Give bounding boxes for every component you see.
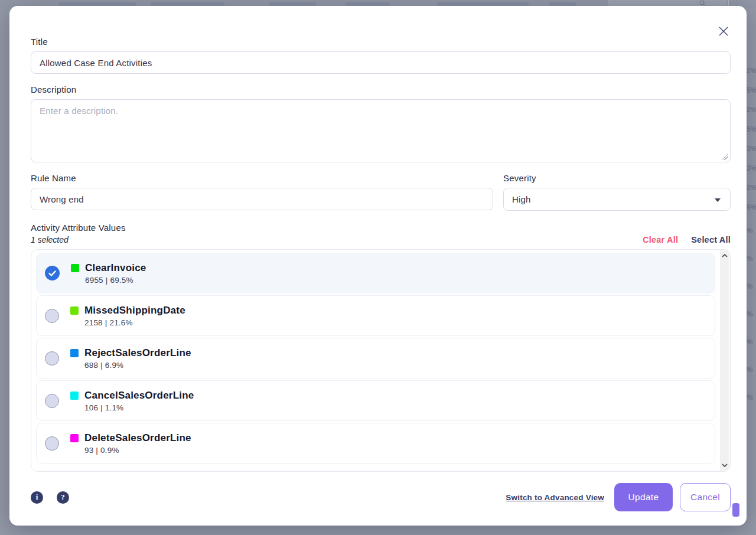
- activity-list: ClearInvoice 6955 | 69.5% MissedShipping…: [31, 249, 731, 472]
- chevron-down-icon: [715, 198, 721, 202]
- activity-attribute-values-label: Activity Attribute Values: [31, 223, 731, 233]
- activity-name: MissedShippingDate: [84, 305, 185, 317]
- checkbox-checked-icon[interactable]: [45, 266, 60, 280]
- radio-unchecked-icon[interactable]: [45, 351, 59, 366]
- description-label: Description: [31, 84, 731, 94]
- severity-select[interactable]: High: [503, 188, 731, 211]
- help-icon[interactable]: ?: [57, 491, 69, 504]
- edit-rule-modal: Title Description Rule Name Severity Hig…: [9, 6, 747, 526]
- bg-value: %: [747, 356, 756, 384]
- rule-name-input[interactable]: [31, 188, 493, 210]
- activity-color-swatch: [70, 349, 79, 357]
- bg-value: %: [747, 217, 756, 245]
- clear-all-link[interactable]: Clear All: [643, 235, 678, 244]
- activity-stats: 93 | 0.9%: [84, 446, 191, 455]
- close-icon[interactable]: [717, 25, 730, 38]
- bg-value: 5%: [747, 81, 756, 100]
- activity-stats: 6955 | 69.5%: [85, 276, 146, 285]
- list-item[interactable]: DeleteSalesOrderLine 93 | 0.9%: [36, 423, 715, 464]
- activity-color-swatch: [71, 264, 79, 272]
- scrollbar[interactable]: [720, 250, 729, 471]
- list-item[interactable]: MissedShippingDate 2158 | 21.6%: [36, 295, 715, 336]
- bg-value: 3%: [747, 159, 756, 178]
- activity-color-swatch: [70, 434, 79, 442]
- background-table-values: 2% 5% 2% 5% 3% 3% 2% 9% % % % % % % %: [747, 61, 756, 412]
- resize-handle-icon[interactable]: [721, 152, 728, 160]
- update-button[interactable]: Update: [614, 483, 673, 511]
- activity-color-swatch: [70, 306, 79, 315]
- list-item[interactable]: CancelSalesOrderLine 106 | 1.1%: [36, 380, 715, 421]
- activity-name: ClearInvoice: [85, 262, 146, 274]
- bg-value: 3%: [747, 139, 756, 159]
- bg-value: 5%: [747, 120, 756, 139]
- bg-value: %: [747, 301, 756, 328]
- select-all-link[interactable]: Select All: [691, 235, 731, 244]
- bg-value: %: [747, 384, 756, 412]
- scroll-up-icon[interactable]: [721, 253, 728, 259]
- radio-unchecked-icon[interactable]: [45, 436, 59, 451]
- bg-value: %: [747, 245, 756, 273]
- activity-name: RejectSalesOrderLine: [84, 347, 191, 359]
- severity-label: Severity: [503, 173, 731, 183]
- selected-count: 1 selected: [31, 235, 643, 244]
- radio-unchecked-icon[interactable]: [45, 309, 59, 323]
- title-input[interactable]: [31, 51, 731, 74]
- bg-value: 2%: [747, 100, 756, 120]
- severity-value: High: [512, 194, 531, 204]
- activity-stats: 2158 | 21.6%: [84, 318, 185, 327]
- purple-fragment: [732, 503, 739, 517]
- activity-name: DeleteSalesOrderLine: [84, 432, 191, 444]
- activity-name: CancelSalesOrderLine: [84, 390, 194, 402]
- rule-name-label: Rule Name: [31, 173, 493, 183]
- bg-value: 2%: [747, 61, 756, 81]
- list-item[interactable]: ClearInvoice 6955 | 69.5%: [36, 253, 715, 293]
- activity-color-swatch: [70, 392, 79, 400]
- info-icon[interactable]: i: [31, 491, 43, 504]
- description-textarea[interactable]: [31, 99, 731, 162]
- radio-unchecked-icon[interactable]: [45, 394, 59, 408]
- switch-advanced-view-link[interactable]: Switch to Advanced View: [506, 493, 604, 502]
- bg-value: %: [747, 273, 756, 301]
- title-label: Title: [31, 37, 731, 47]
- cancel-button[interactable]: Cancel: [680, 483, 731, 511]
- bg-value: 2%: [747, 178, 756, 198]
- list-item[interactable]: RejectSalesOrderLine 688 | 6.9%: [36, 338, 715, 379]
- activity-stats: 688 | 6.9%: [84, 361, 191, 370]
- activity-stats: 106 | 1.1%: [84, 403, 194, 412]
- bg-value: 9%: [747, 198, 756, 217]
- bg-value: %: [747, 328, 756, 356]
- scroll-down-icon[interactable]: [721, 462, 728, 468]
